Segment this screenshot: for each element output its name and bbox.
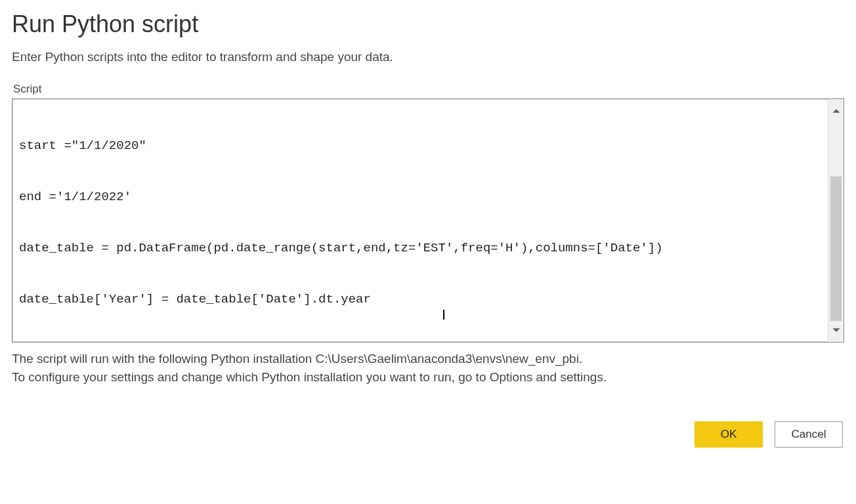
script-field-label: Script [13,83,844,96]
vertical-scrollbar[interactable] [828,99,844,342]
scroll-down-button[interactable] [828,321,844,339]
dialog-title: Run Python script [12,10,844,38]
script-editor-content[interactable]: start ="1/1/2020" end ='1/1/2022' date_t… [12,99,828,342]
chevron-down-icon [832,326,841,335]
configure-settings-note: To configure your settings and change wh… [12,370,844,385]
code-line: date_table = pd.DataFrame(pd.date_range(… [19,240,821,257]
run-python-script-dialog: Run Python script Enter Python scripts i… [0,0,856,459]
python-install-note: The script will run with the following P… [12,352,844,366]
code-line: end ='1/1/2022' [19,188,821,205]
scrollbar-track[interactable] [828,120,844,321]
chevron-up-icon [832,106,841,116]
text-cursor-icon: I [442,306,446,324]
ok-button[interactable]: OK [695,421,763,448]
code-line: date_table['Month'] = date_table['Date']… [19,342,821,343]
script-editor[interactable]: start ="1/1/2020" end ='1/1/2022' date_t… [12,98,844,343]
scroll-up-button[interactable] [828,102,844,120]
code-line: start ="1/1/2020" [19,137,821,154]
cancel-button[interactable]: Cancel [775,421,843,448]
code-line: date_table['Year'] = date_table['Date'].… [19,291,821,308]
scrollbar-thumb[interactable] [830,177,842,321]
dialog-button-row: OK Cancel [12,421,844,448]
dialog-subtitle: Enter Python scripts into the editor to … [12,50,844,64]
